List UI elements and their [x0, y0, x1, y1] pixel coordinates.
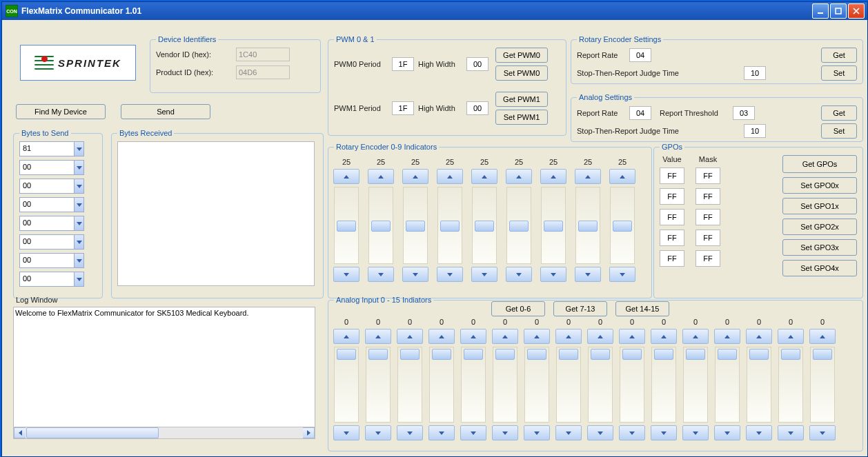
- slider-track[interactable]: [778, 347, 803, 423]
- pwm0-highwidth-field[interactable]: [466, 57, 489, 71]
- rotary-stop-field[interactable]: [744, 66, 766, 80]
- slider-thumb[interactable]: [813, 349, 832, 360]
- slider-track[interactable]: [506, 187, 531, 264]
- chevron-down-icon[interactable]: [74, 161, 83, 174]
- spin-up-button[interactable]: [619, 329, 645, 344]
- spin-up-button[interactable]: [778, 329, 804, 344]
- slider-track[interactable]: [524, 347, 549, 423]
- slider-track[interactable]: [588, 347, 613, 423]
- spin-up-button[interactable]: [809, 329, 836, 344]
- slider-thumb[interactable]: [509, 221, 529, 232]
- spin-up-button[interactable]: [492, 329, 518, 344]
- spin-down-button[interactable]: [460, 425, 486, 440]
- spin-up-button[interactable]: [714, 329, 740, 344]
- slider-track[interactable]: [461, 347, 486, 423]
- minimize-button[interactable]: [812, 3, 829, 19]
- chevron-down-icon[interactable]: [74, 198, 83, 212]
- scroll-right-button[interactable]: [303, 427, 315, 438]
- spin-down-button[interactable]: [333, 267, 359, 282]
- spin-down-button[interactable]: [555, 425, 582, 440]
- pwm1-period-field[interactable]: [392, 101, 414, 115]
- slider-thumb[interactable]: [749, 349, 769, 360]
- set-gpo2x-button[interactable]: Set GPO2x: [782, 219, 857, 235]
- rotary-set-button[interactable]: Set: [821, 65, 857, 81]
- spin-up-button[interactable]: [437, 169, 463, 184]
- spin-down-button[interactable]: [587, 425, 613, 440]
- slider-track[interactable]: [683, 347, 708, 423]
- slider-track[interactable]: [429, 347, 454, 423]
- find-my-device-button[interactable]: Find My Device: [16, 104, 106, 119]
- set-gpo3x-button[interactable]: Set GPO3x: [782, 239, 857, 256]
- byte-to-send-input-3[interactable]: [20, 198, 74, 210]
- slider-track[interactable]: [334, 347, 359, 423]
- spin-up-button[interactable]: [506, 169, 532, 184]
- scroll-left-button[interactable]: [14, 427, 26, 438]
- get-gpos-button[interactable]: Get GPOs: [782, 155, 857, 173]
- spin-up-button[interactable]: [365, 329, 391, 344]
- log-textarea[interactable]: Welcome to FlexMatrix Communicator for S…: [13, 307, 315, 428]
- spin-down-button[interactable]: [402, 267, 428, 282]
- spin-down-button[interactable]: [651, 425, 677, 440]
- byte-to-send-input-2[interactable]: [20, 179, 74, 192]
- spin-up-button[interactable]: [540, 169, 566, 184]
- gpo-mask-2[interactable]: [696, 209, 720, 225]
- spin-down-button[interactable]: [778, 425, 804, 440]
- set-gpo1x-button[interactable]: Set GPO1x: [782, 198, 857, 214]
- chevron-down-icon[interactable]: [74, 235, 83, 249]
- slider-track[interactable]: [541, 187, 566, 264]
- chevron-down-icon[interactable]: [74, 272, 83, 286]
- spin-up-button[interactable]: [575, 169, 601, 184]
- set-gpo4x-button[interactable]: Set GPO4x: [782, 260, 857, 276]
- slider-thumb[interactable]: [578, 221, 598, 232]
- slider-thumb[interactable]: [406, 221, 425, 232]
- byte-to-send-input-4[interactable]: [20, 216, 74, 229]
- spin-down-button[interactable]: [524, 425, 550, 440]
- spin-down-button[interactable]: [540, 267, 566, 282]
- slider-track[interactable]: [397, 347, 422, 423]
- analog-get-button[interactable]: Get: [821, 105, 857, 121]
- slider-track[interactable]: [575, 187, 600, 264]
- spin-up-button[interactable]: [746, 329, 772, 344]
- analog-report-rate-field[interactable]: [629, 106, 651, 120]
- slider-track[interactable]: [651, 347, 676, 423]
- spin-down-button[interactable]: [619, 425, 645, 440]
- spin-down-button[interactable]: [333, 425, 359, 440]
- byte-to-send-combo-1[interactable]: [19, 160, 84, 175]
- gpo-mask-1[interactable]: [696, 188, 720, 205]
- spin-up-button[interactable]: [368, 169, 394, 184]
- slider-track[interactable]: [747, 347, 771, 423]
- analog-stop-field[interactable]: [744, 124, 766, 138]
- slider-track[interactable]: [334, 187, 359, 264]
- gpo-value-1[interactable]: [660, 188, 684, 205]
- slider-track[interactable]: [715, 347, 740, 423]
- spin-up-button[interactable]: [609, 169, 635, 184]
- spin-up-button[interactable]: [587, 329, 613, 344]
- gpo-value-4[interactable]: [660, 250, 684, 267]
- spin-up-button[interactable]: [333, 169, 359, 184]
- set-gpo0x-button[interactable]: Set GPO0x: [782, 177, 857, 194]
- set-pwm1-button[interactable]: Set PWM1: [495, 110, 548, 125]
- slider-thumb[interactable]: [368, 349, 388, 360]
- spin-down-button[interactable]: [368, 267, 394, 282]
- spin-down-button[interactable]: [682, 425, 709, 440]
- slider-thumb[interactable]: [337, 221, 356, 232]
- slider-thumb[interactable]: [654, 349, 673, 360]
- slider-thumb[interactable]: [527, 349, 546, 360]
- byte-to-send-combo-6[interactable]: [19, 253, 84, 268]
- spin-down-button[interactable]: [809, 425, 836, 440]
- spin-down-button[interactable]: [492, 425, 518, 440]
- spin-up-button[interactable]: [471, 169, 497, 184]
- gpo-value-0[interactable]: [660, 167, 684, 184]
- analog-set-button[interactable]: Set: [821, 123, 857, 139]
- byte-to-send-input-1[interactable]: [20, 161, 74, 173]
- slider-thumb[interactable]: [613, 221, 632, 232]
- spin-up-button[interactable]: [555, 329, 582, 344]
- slider-thumb[interactable]: [440, 221, 460, 232]
- gpo-mask-4[interactable]: [696, 250, 720, 267]
- spin-up-button[interactable]: [460, 329, 486, 344]
- gpo-mask-3[interactable]: [696, 230, 720, 246]
- spin-up-button[interactable]: [333, 329, 359, 344]
- byte-to-send-combo-2[interactable]: [19, 179, 84, 194]
- analog-get-7-13-button[interactable]: Get 7-13: [553, 301, 607, 316]
- slider-thumb[interactable]: [337, 349, 356, 360]
